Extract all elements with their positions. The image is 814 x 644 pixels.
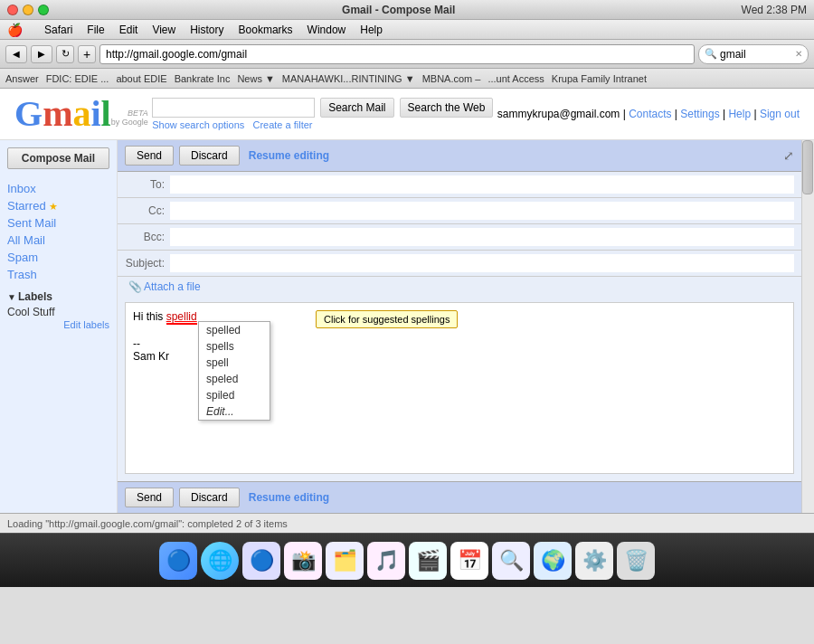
labels-title: Labels bbox=[18, 290, 52, 303]
search-mail-input[interactable] bbox=[152, 98, 315, 118]
dock-icon-ie[interactable]: 🔵 bbox=[242, 542, 280, 580]
dock-icon-iphoto[interactable]: 📸 bbox=[284, 542, 322, 580]
dock-icon-imovie[interactable]: 🎬 bbox=[409, 542, 447, 580]
attach-row: 📎 Attach a file bbox=[118, 277, 801, 297]
minimize-button[interactable] bbox=[23, 5, 33, 15]
menu-bookmarks[interactable]: Bookmarks bbox=[239, 24, 293, 36]
menu-file[interactable]: File bbox=[87, 24, 104, 36]
cc-row: Cc: bbox=[118, 198, 801, 224]
subject-input[interactable] bbox=[170, 254, 794, 272]
labels-arrow-icon[interactable]: ▼ bbox=[7, 292, 16, 302]
dock-icon-network[interactable]: 🌍 bbox=[534, 542, 572, 580]
spell-option-spiled[interactable]: spiled bbox=[199, 387, 270, 403]
window-title: Gmail - Compose Mail bbox=[56, 4, 742, 16]
dock-icon-calendar[interactable]: 📅 bbox=[450, 542, 488, 580]
dock-icon-spotlight[interactable]: 🔍 bbox=[492, 542, 530, 580]
sidebar-item-all[interactable]: All Mail bbox=[0, 232, 117, 249]
cc-input-box bbox=[170, 202, 794, 220]
discard-button-top[interactable]: Discard bbox=[179, 146, 240, 166]
bookmark-mbna[interactable]: MBNA.com – bbox=[422, 73, 481, 84]
sidebar-item-inbox[interactable]: Inbox bbox=[0, 180, 117, 197]
bcc-label: Bcc: bbox=[125, 231, 170, 243]
dock-icon-system-prefs[interactable]: ⚙️ bbox=[575, 542, 613, 580]
search-clear-icon[interactable]: ✕ bbox=[795, 49, 802, 59]
browser-search-input[interactable] bbox=[720, 48, 792, 61]
bookmark-krupa[interactable]: Krupa Family Intranet bbox=[552, 73, 647, 84]
subject-row: Subject: bbox=[118, 251, 801, 277]
menu-safari[interactable]: Safari bbox=[44, 24, 72, 36]
to-input[interactable] bbox=[170, 175, 313, 194]
show-search-options-link[interactable]: Show search options bbox=[152, 119, 244, 130]
discard-button-bottom[interactable]: Discard bbox=[179, 488, 240, 507]
gmail-wrapper: G m a i l BETA by Google Search Mail Sea… bbox=[0, 89, 814, 513]
body-area[interactable]: Hi this spellid spelled spells spell spe… bbox=[125, 302, 794, 474]
gmail-search-links: Show search options Create a filter bbox=[152, 119, 493, 130]
bcc-input[interactable] bbox=[170, 228, 313, 246]
spell-error-word[interactable]: spellid bbox=[166, 310, 197, 325]
dock-icon-itunes[interactable]: 🎵 bbox=[367, 542, 405, 580]
refresh-button[interactable]: ↻ bbox=[56, 45, 74, 63]
sidebar-item-starred[interactable]: Starred ★ bbox=[0, 197, 117, 214]
resume-editing-bottom[interactable]: Resume editing bbox=[249, 491, 329, 504]
edit-labels-link[interactable]: Edit labels bbox=[7, 319, 109, 330]
menu-view[interactable]: View bbox=[152, 24, 175, 36]
menu-window[interactable]: Window bbox=[308, 24, 346, 36]
bookmark-unt-access[interactable]: ...unt Access bbox=[487, 73, 544, 84]
compose-mail-button[interactable]: Compose Mail bbox=[7, 147, 109, 169]
expand-icon[interactable]: ⤢ bbox=[783, 148, 794, 163]
bookmark-news[interactable]: News ▼ bbox=[237, 73, 274, 84]
bookmark-bankrate[interactable]: Bankrate Inc bbox=[175, 73, 231, 84]
sidebar-item-spam[interactable]: Spam bbox=[0, 249, 117, 266]
spell-option-spell[interactable]: spell bbox=[199, 355, 270, 371]
menu-edit[interactable]: Edit bbox=[119, 24, 138, 36]
contacts-link[interactable]: Contacts bbox=[629, 108, 671, 120]
back-button[interactable]: ◀ bbox=[5, 45, 27, 63]
body-text: Hi this bbox=[133, 310, 166, 323]
dock-icon-finder[interactable]: 🔵 bbox=[159, 542, 197, 580]
search-web-button[interactable]: Search the Web bbox=[400, 98, 494, 118]
label-cool-stuff[interactable]: Cool Stuff bbox=[7, 305, 109, 319]
address-bar[interactable] bbox=[99, 44, 695, 64]
new-tab-button[interactable]: + bbox=[78, 45, 96, 63]
spell-dropdown: spelled spells spell speled spiled Edit.… bbox=[198, 321, 270, 421]
dock: 🔵 🌐 🔵 📸 🗂️ 🎵 🎬 📅 🔍 🌍 ⚙️ 🗑️ bbox=[0, 533, 814, 587]
create-filter-link[interactable]: Create a filter bbox=[252, 119, 312, 130]
paperclip-icon: 📎 bbox=[128, 280, 142, 293]
bookmark-answer[interactable]: Answer bbox=[5, 73, 39, 84]
compose-form: To: Cc: Bcc: bbox=[118, 172, 801, 474]
dock-icon-safari[interactable]: 🌐 bbox=[201, 542, 239, 580]
resume-editing-top[interactable]: Resume editing bbox=[249, 149, 329, 162]
attach-file-link[interactable]: Attach a file bbox=[144, 280, 201, 293]
spell-option-spells[interactable]: spells bbox=[199, 338, 270, 355]
help-link[interactable]: Help bbox=[728, 108, 751, 120]
apple-menu[interactable]: 🍎 bbox=[7, 23, 23, 37]
bookmark-about-edie[interactable]: about EDIE bbox=[116, 73, 166, 84]
sidebar-item-sent[interactable]: Sent Mail bbox=[0, 214, 117, 232]
menu-history[interactable]: History bbox=[190, 24, 223, 36]
gmail-logo: G m a i l BETA by Google bbox=[14, 96, 148, 132]
spell-option-spelled[interactable]: spelled bbox=[199, 322, 270, 338]
close-button[interactable] bbox=[7, 5, 18, 15]
cc-input[interactable] bbox=[170, 202, 313, 220]
menu-help[interactable]: Help bbox=[360, 24, 383, 36]
window-controls[interactable] bbox=[7, 5, 49, 15]
send-button-bottom[interactable]: Send bbox=[125, 488, 174, 507]
gmail-sidebar: Compose Mail Inbox Starred ★ Sent Mail A… bbox=[0, 140, 118, 513]
maximize-button[interactable] bbox=[38, 5, 49, 15]
dock-icon-trash[interactable]: 🗑️ bbox=[617, 542, 655, 580]
settings-link[interactable]: Settings bbox=[680, 108, 719, 120]
spell-option-edit[interactable]: Edit... bbox=[199, 403, 270, 420]
search-mail-button[interactable]: Search Mail bbox=[320, 98, 393, 118]
send-button-top[interactable]: Send bbox=[125, 146, 174, 166]
to-label: To: bbox=[125, 178, 170, 191]
to-input-box bbox=[170, 175, 794, 194]
sidebar-item-trash[interactable]: Trash bbox=[0, 266, 117, 283]
scrollbar-thumb[interactable] bbox=[802, 140, 813, 194]
bookmark-manahawki[interactable]: MANAHAWKI...RINTINING ▼ bbox=[282, 73, 415, 84]
sign-out-link[interactable]: Sign out bbox=[760, 108, 800, 120]
forward-button[interactable]: ▶ bbox=[31, 45, 52, 63]
status-bar: Loading "http://gmail.google.com/gmail":… bbox=[0, 513, 814, 533]
spell-option-speled[interactable]: speled bbox=[199, 371, 270, 387]
dock-icon-folders[interactable]: 🗂️ bbox=[326, 542, 364, 580]
bookmark-fdic[interactable]: FDIC: EDIE ... bbox=[46, 73, 109, 84]
